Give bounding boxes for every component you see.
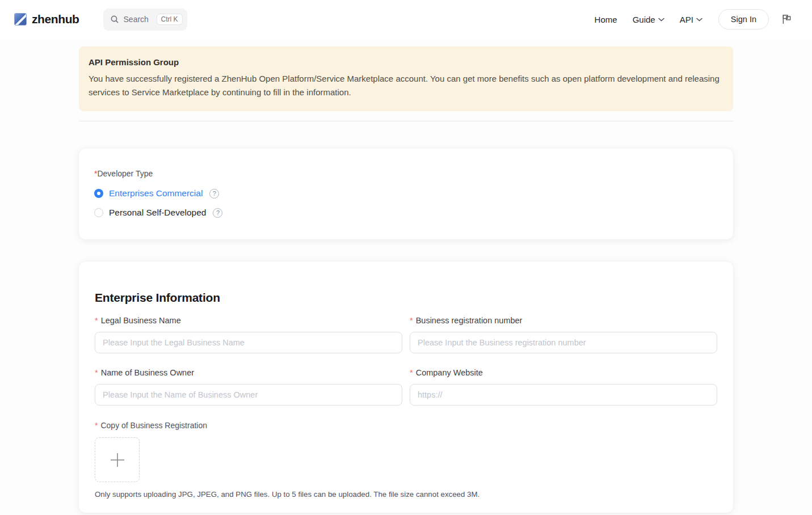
registration-number-label-text: Business registration number — [416, 316, 523, 325]
required-asterisk: * — [410, 368, 413, 377]
developer-type-label-text: Developer Type — [97, 169, 153, 178]
radio-option-enterprises-commercial[interactable]: Enterprises Commercial ? — [94, 188, 718, 199]
nav-api-label: API — [680, 15, 693, 24]
nav-item-api[interactable]: API — [680, 15, 702, 24]
search-icon — [110, 15, 119, 24]
developer-type-card: *Developer Type Enterprises Commercial ?… — [79, 149, 733, 239]
developer-type-options: Enterprises Commercial ? Personal Self-D… — [94, 188, 718, 218]
language-flag-button[interactable] — [781, 13, 793, 26]
radio-option-personal-self-developed[interactable]: Personal Self-Developed ? — [94, 208, 718, 218]
required-asterisk: * — [95, 368, 98, 377]
company-website-input[interactable] — [410, 384, 717, 406]
top-navbar: zhenhub Search Ctrl K Home Guide API Sig… — [0, 0, 812, 39]
enterprise-form: *Legal Business Name *Business registrat… — [95, 316, 717, 406]
search-input[interactable]: Search Ctrl K — [103, 9, 187, 31]
nav-guide-label: Guide — [633, 15, 655, 24]
notice-body: You have successfully registered a ZhenH… — [89, 72, 721, 99]
enterprise-information-card: Enterprise Information *Legal Business N… — [79, 261, 733, 513]
chevron-down-icon — [658, 18, 664, 22]
enterprise-info-title: Enterprise Information — [95, 291, 717, 305]
flag-icon — [781, 13, 793, 26]
page-content: API Permission Group You have successful… — [79, 47, 733, 513]
owner-name-input[interactable] — [95, 384, 402, 406]
file-upload-button[interactable] — [95, 437, 140, 482]
nav-home-label: Home — [595, 15, 617, 24]
chevron-down-icon — [696, 18, 702, 22]
section-divider — [79, 121, 733, 121]
help-question-icon[interactable]: ? — [213, 208, 222, 218]
owner-name-label-text: Name of Business Owner — [101, 368, 194, 377]
field-company-website: *Company Website — [410, 368, 717, 406]
field-copy-of-business-registration: *Copy of Business Registration Only supp… — [95, 420, 717, 499]
plus-icon — [108, 451, 127, 469]
brand-logo[interactable]: zhenhub — [14, 12, 79, 26]
company-website-label-text: Company Website — [416, 368, 483, 377]
company-website-label: *Company Website — [410, 368, 717, 377]
radio-label-enterprises: Enterprises Commercial — [109, 188, 203, 199]
search-shortcut-badge: Ctrl K — [157, 14, 183, 25]
brand-name: zhenhub — [32, 12, 79, 26]
api-permission-notice: API Permission Group You have successful… — [79, 47, 733, 111]
radio-selected-icon[interactable] — [94, 189, 103, 198]
registration-copy-label-text: Copy of Business Registration — [100, 421, 207, 430]
registration-number-input[interactable] — [410, 332, 717, 353]
field-business-registration-number: *Business registration number — [410, 316, 717, 353]
required-asterisk: * — [95, 316, 98, 325]
developer-type-label: *Developer Type — [94, 169, 718, 178]
radio-label-personal: Personal Self-Developed — [109, 208, 206, 218]
legal-name-label: *Legal Business Name — [95, 316, 402, 325]
search-placeholder: Search — [124, 15, 152, 24]
owner-name-label: *Name of Business Owner — [95, 368, 402, 377]
notice-title: API Permission Group — [89, 57, 723, 67]
nav-item-home[interactable]: Home — [595, 15, 617, 24]
zhenhub-logo-icon — [14, 13, 27, 26]
legal-name-input[interactable] — [95, 332, 402, 353]
upload-hint-text: Only supports uploading JPG, JPEG, and P… — [95, 490, 717, 499]
field-legal-business-name: *Legal Business Name — [95, 316, 402, 353]
legal-name-label-text: Legal Business Name — [101, 316, 181, 325]
required-asterisk: * — [95, 421, 98, 430]
main-nav: Home Guide API — [595, 15, 702, 24]
field-business-owner-name: *Name of Business Owner — [95, 368, 402, 406]
radio-unselected-icon[interactable] — [94, 208, 103, 217]
registration-number-label: *Business registration number — [410, 316, 717, 325]
registration-copy-label: *Copy of Business Registration — [95, 421, 207, 430]
nav-item-guide[interactable]: Guide — [633, 15, 664, 24]
sign-in-button[interactable]: Sign In — [718, 9, 769, 29]
required-asterisk: * — [410, 316, 413, 325]
help-question-icon[interactable]: ? — [209, 189, 219, 199]
